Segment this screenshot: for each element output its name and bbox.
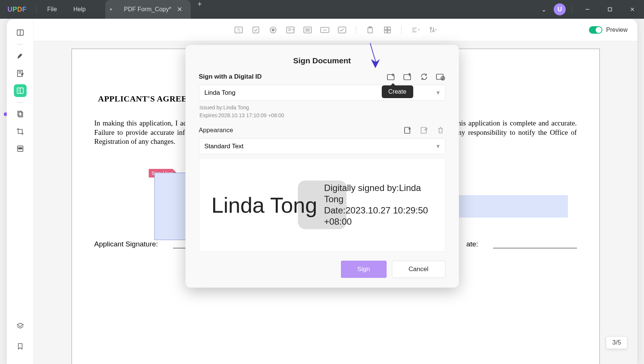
svg-text:T|: T| [237, 28, 240, 32]
svg-rect-34 [384, 27, 387, 30]
radio-icon[interactable] [267, 24, 279, 36]
app-logo: UPDF [0, 6, 34, 13]
signature-label: Applicant Signature: [94, 240, 158, 248]
import-id-icon[interactable] [403, 72, 412, 82]
cancel-button[interactable]: Cancel [392, 261, 445, 278]
appearance-select[interactable]: Standard Text ▾ [199, 138, 445, 154]
menu-file[interactable]: File [39, 6, 65, 13]
button-icon[interactable]: OK [318, 24, 331, 36]
organize-icon[interactable] [14, 108, 27, 121]
toolbar-right: Preview [589, 26, 628, 34]
close-icon[interactable]: ✕ [176, 5, 183, 13]
svg-point-43 [433, 30, 434, 32]
dialog-buttons: Sign Cancel [199, 261, 445, 278]
svg-rect-14 [19, 112, 22, 117]
paste-icon[interactable] [364, 24, 377, 36]
create-tooltip: Create [382, 85, 413, 98]
add-appearance-icon[interactable] [403, 125, 412, 135]
svg-rect-52 [405, 127, 410, 133]
titlebar-right: ⌄ U [538, 0, 644, 19]
view-id-icon[interactable] [436, 72, 445, 82]
divider [401, 26, 402, 34]
svg-rect-35 [388, 27, 390, 30]
form-toolbar: T| OK Preview [34, 19, 637, 41]
svg-text:OK: OK [323, 29, 326, 31]
maximize-button[interactable] [601, 0, 619, 19]
issued-by: Issued by:Linda Tong [200, 104, 445, 112]
annotation-arrow [364, 41, 383, 71]
align-icon[interactable] [409, 24, 422, 36]
titlebar: UPDF File Help ▾ PDF Form_Copy* ✕ + ⌄ U [0, 0, 644, 19]
reader-icon[interactable] [14, 26, 27, 39]
svg-rect-13 [18, 111, 21, 116]
svg-point-21 [272, 29, 274, 31]
form-icon[interactable] [14, 84, 27, 97]
appearance-label: Appearance [199, 127, 233, 134]
divider [572, 5, 572, 14]
left-sidebar [7, 19, 34, 364]
tab-title: PDF Form_Copy* [124, 6, 171, 13]
date-line [493, 241, 577, 248]
id-meta: Issued by:Linda Tong Expires:2028.10.13 … [199, 104, 445, 119]
sign-document-dialog: Sign Document Sign with a Digital ID Cre… [185, 45, 459, 288]
avatar[interactable]: U [554, 3, 566, 15]
selected-id-value: Linda Tong [205, 89, 236, 97]
appearance-action-icons [403, 125, 445, 135]
dropdown-icon[interactable] [284, 24, 297, 36]
divider [36, 5, 37, 14]
refresh-id-icon[interactable] [419, 72, 429, 82]
svg-rect-19 [253, 27, 259, 33]
text-field-icon[interactable]: T| [232, 24, 245, 36]
preview-meta: Digitally signed by:Linda Tong Date:2023… [324, 182, 433, 227]
sign-button[interactable]: Sign [341, 261, 387, 278]
chevron-down-icon: ▾ [436, 89, 440, 97]
tab-bar: ▾ PDF Form_Copy* ✕ + [105, 0, 209, 19]
divider [356, 26, 356, 34]
document-tab[interactable]: PDF Form_Copy* ✕ [117, 0, 191, 19]
page-indicator[interactable]: 3/5 [606, 336, 628, 349]
checkbox-icon[interactable] [250, 24, 262, 36]
svg-point-41 [430, 27, 432, 29]
redact-icon[interactable] [14, 142, 27, 155]
sign-with-label: Sign with a Digital ID [199, 73, 262, 81]
preview-date: Date:2023.10.27 10:29:50 +08:00 [324, 205, 428, 227]
create-id-icon[interactable]: Create [386, 72, 396, 82]
id-action-icons: Create [386, 72, 445, 82]
preview-name: Linda Tong [211, 192, 317, 218]
svg-point-51 [442, 78, 444, 79]
comment-icon[interactable] [14, 50, 27, 63]
separator [18, 44, 23, 45]
expires: Expires:2028.10.13 17:10:09 +08:00 [200, 112, 445, 119]
listbox-icon[interactable] [301, 24, 314, 36]
svg-rect-36 [384, 30, 387, 33]
date-field[interactable] [448, 195, 568, 218]
edit-appearance-icon[interactable] [419, 125, 429, 135]
date-label: ate: [466, 240, 478, 248]
add-tab-button[interactable]: + [191, 0, 209, 19]
signature-icon[interactable] [336, 24, 348, 36]
tab-dropdown[interactable]: ▾ [105, 0, 117, 19]
preview-signed-by: Digitally signed by:Linda Tong [324, 183, 421, 204]
svg-rect-37 [388, 30, 390, 33]
close-button[interactable] [623, 0, 642, 19]
chevron-down-icon[interactable]: ⌄ [538, 6, 550, 13]
menu-help[interactable]: Help [65, 6, 94, 13]
svg-rect-6 [17, 70, 22, 77]
crop-icon[interactable] [14, 125, 27, 138]
preview-label: Preview [606, 27, 628, 33]
separator [18, 102, 23, 103]
minimize-button[interactable] [578, 0, 597, 19]
svg-rect-1 [608, 8, 612, 11]
bookmark-icon[interactable] [14, 340, 27, 353]
tools-icon[interactable] [426, 24, 439, 36]
grid-icon[interactable] [381, 24, 394, 36]
layers-icon[interactable] [14, 320, 27, 333]
edit-icon[interactable] [14, 67, 27, 80]
appearance-value: Standard Text [205, 143, 244, 150]
chevron-down-icon: ▾ [436, 142, 440, 150]
preview-toggle[interactable] [589, 26, 602, 34]
delete-appearance-icon[interactable] [436, 125, 445, 135]
svg-rect-16 [18, 148, 22, 149]
dialog-title: Sign Document [199, 56, 445, 65]
signature-preview: Linda Tong Digitally signed by:Linda Ton… [199, 158, 445, 252]
